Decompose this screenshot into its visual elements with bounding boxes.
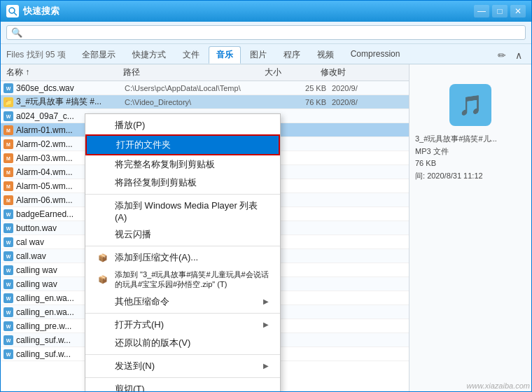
ctx-send-to[interactable]: 发送到(N) ▶ [85,357,280,375]
col-size-header: 大小 [265,66,321,78]
window-controls: — □ ✕ [474,5,526,18]
table-row[interactable]: W 360se_dcs.wav C:\Users\pc\AppData\Loca… [1,81,409,95]
file-details: 3_#玩具故事#搞笑#儿... MP3 文件 76 KB 间: 2020/8/3… [415,133,526,182]
ctx-copy-path[interactable]: 将路径复制到剪贴板 [85,174,280,192]
tab-image[interactable]: 图片 [242,46,274,64]
ctx-copy-path-label: 将路径复制到剪贴板 [115,176,269,189]
svg-point-0 [9,8,15,13]
ctx-open-with[interactable]: 打开方式(H) ▶ [85,316,280,334]
send-to-icon [97,361,109,371]
ctx-add-zip[interactable]: 📦 添加到压缩文件(A)... [85,248,280,267]
col-path-header: 路径 [123,66,265,78]
search-icon: 🔍 [11,27,22,38]
ctx-add-wmp-label: 添加到 Windows Media Player 列表(A) [115,200,269,223]
ctx-open-folder[interactable]: 打开的文件夹 [85,134,280,155]
ctx-cloud-play[interactable]: 视云闪播 [85,225,280,244]
column-headers: 名称 ↑ 路径 大小 修改时 [1,64,409,81]
file-modified: 2020/9/ [332,84,409,92]
copy-path-icon [97,178,109,188]
main-window: 快速搜索 — □ ✕ 🔍 Files 找到 95 项 全部显示 快捷方式 文件 … [0,0,532,392]
file-icon: M [4,125,15,136]
ctx-cut-label: 剪切(T) [115,383,269,391]
file-modified: 2020/8/ [332,98,409,106]
ctx-copy-name[interactable]: 将完整名称复制到剪贴板 [85,155,280,174]
file-icon: W [4,335,15,346]
col-name-header[interactable]: 名称 ↑ [1,66,123,78]
tab-compression[interactable]: Compression [343,46,408,64]
ctx-separator-5 [85,377,280,378]
close-button[interactable]: ✕ [510,5,526,18]
file-icon: M [4,139,15,150]
ctx-open-folder-label: 打开的文件夹 [116,139,267,151]
ctx-play[interactable]: 播放(P) [85,116,280,134]
main-content: 名称 ↑ 路径 大小 修改时 W 360se_dcs.wav C:\Users\… [1,64,531,391]
file-icon: W [4,321,15,332]
ctx-more-compress-label: 其他压缩命令 [115,295,258,308]
col-modified-header: 修改时 [321,66,398,78]
cloud-play-icon [97,230,109,239]
tab-music[interactable]: 音乐 [209,46,241,64]
ctx-more-compress[interactable]: 其他压缩命令 ▶ [85,293,280,311]
context-menu: 播放(P) 打开的文件夹 将完整名称复制到剪贴板 将路径复制到剪贴板 添加到 W… [85,113,281,391]
file-path: C:\Video_Directory\ [125,98,276,106]
ctx-add-zip-named[interactable]: 📦 添加到 "3_#玩具故事#搞笑#儿童玩具#会说话的玩具#宝宝乐园#孙悟空.z… [85,267,280,293]
minimize-button[interactable]: — [474,5,489,18]
file-path: C:\Users\pc\AppData\Local\Temp\ [125,84,276,92]
file-icon: W [4,293,15,304]
ctx-copy-name-label: 将完整名称复制到剪贴板 [115,158,269,171]
tab-file[interactable]: 文件 [175,46,207,64]
app-icon [6,5,19,18]
cut-icon [97,384,109,391]
svg-line-1 [14,13,17,15]
searchbar: 🔍 [1,22,531,44]
files-label: Files 找到 95 项 [6,49,66,61]
detail-modified-label: 间: 2020/8/31 11:12 [415,170,526,183]
file-icon: W [4,307,15,318]
file-icon: W [4,237,15,248]
file-size: 76 KB [276,98,332,106]
ctx-open-with-label: 打开方式(H) [115,318,258,331]
file-icon: M [4,181,15,192]
file-icon: W [4,265,15,276]
ctx-arrow-icon: ▶ [263,298,269,305]
maximize-button[interactable]: □ [492,5,507,18]
table-row[interactable]: 📁 3_#玩具故事 #搞笑 #... C:\Video_Directory\ 7… [1,95,409,109]
file-icon: W [4,111,15,122]
tabbar: Files 找到 95 项 全部显示 快捷方式 文件 音乐 图片 程序 视频 C… [1,44,531,64]
watermark: www.xiazaiba.com [467,382,530,390]
file-icon: W [4,83,15,94]
tab-all[interactable]: 全部显示 [74,46,123,64]
file-icon: W [4,349,15,360]
scroll-space [398,66,409,78]
file-name: 3_#玩具故事 #搞笑 #... [16,96,125,108]
file-icon: W [4,251,15,262]
ctx-arrow-icon-2: ▶ [263,321,269,328]
ctx-separator-2 [85,246,280,246]
edit-button[interactable]: ✏ [495,48,509,62]
ctx-cut[interactable]: 剪切(T) [85,380,280,391]
folder-icon [98,140,111,150]
right-panel: 🎵 3_#玩具故事#搞笑#儿... MP3 文件 76 KB 间: 2020/8… [409,64,531,391]
open-with-icon [97,320,109,330]
file-icon: M [4,167,15,178]
collapse-button[interactable]: ∧ [512,48,526,62]
wmp-icon [97,206,109,216]
search-input[interactable] [22,28,521,38]
play-icon [97,120,109,130]
file-icon: M [4,195,15,206]
tab-shortcut[interactable]: 快捷方式 [125,46,174,64]
ctx-restore[interactable]: 还原以前的版本(V) [85,334,280,352]
ctx-arrow-icon-3: ▶ [263,362,269,370]
file-icon: W [4,223,15,234]
ctx-add-wmp[interactable]: 添加到 Windows Media Player 列表(A) [85,197,280,225]
copy-name-icon [97,160,109,169]
ctx-add-zip-label: 添加到压缩文件(A)... [115,251,269,264]
detail-type: MP3 文件 [415,146,526,158]
file-name: 360se_dcs.wav [16,83,125,93]
ctx-play-label: 播放(P) [115,119,269,132]
tab-program[interactable]: 程序 [276,46,308,64]
tab-video[interactable]: 视频 [309,46,342,64]
app-title: 快速搜索 [23,5,474,18]
detail-size: 76 KB [415,158,526,170]
zip1-icon: 📦 [97,253,109,262]
